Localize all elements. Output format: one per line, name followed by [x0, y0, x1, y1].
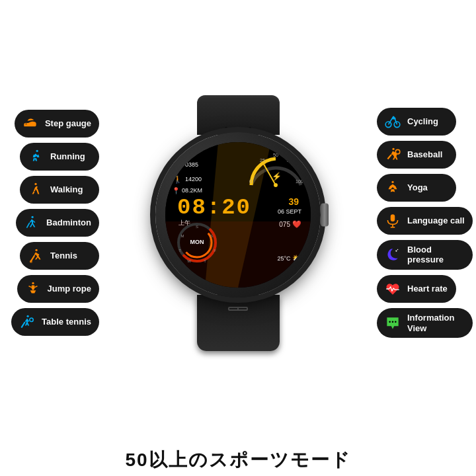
svg-line-9: [21, 322, 24, 328]
svg-text:S: S: [210, 234, 213, 238]
pill-blood-pressure[interactable]: Blood pressure: [377, 240, 473, 270]
svg-point-17: [274, 183, 278, 187]
svg-rect-37: [391, 214, 395, 221]
bottom-text: 50以上のスポーツモード: [0, 442, 476, 476]
pill-jump-rope-label: Jump rope: [48, 284, 91, 294]
pill-yoga-label: Yoga: [407, 182, 428, 193]
svg-point-30: [385, 122, 391, 128]
svg-line-34: [387, 155, 391, 159]
weather-display: 25°C ⛅: [277, 254, 301, 262]
svg-point-35: [395, 149, 400, 154]
heart-rate-icon: [383, 280, 402, 298]
speedometer: 0 25 50 75 100: [248, 149, 304, 187]
svg-point-7: [32, 282, 34, 284]
distance-stat: 📍 08.2KM: [172, 187, 202, 194]
svg-point-0: [36, 150, 38, 152]
seconds-display: 39: [288, 196, 299, 207]
svg-point-1: [34, 183, 36, 185]
svg-point-6: [30, 260, 32, 263]
person-icon: 🚶: [173, 175, 182, 184]
temperature-value: 25°C: [277, 255, 290, 262]
pill-language-call[interactable]: Language call: [377, 207, 473, 235]
pill-step-gauge[interactable]: Step gauge: [15, 110, 99, 138]
walk-icon: [26, 180, 45, 199]
chat-icon: [383, 314, 402, 333]
pill-yoga[interactable]: Yoga: [377, 174, 456, 202]
watch-center: 🔥 0385 🚶 14200 📍 08.2KM: [99, 95, 377, 351]
svg-text:0: 0: [249, 179, 252, 184]
tabletennis-icon: [18, 313, 36, 331]
heart-rate-display: 075 ❤️: [279, 220, 301, 229]
steps-stat: 🚶 14200: [173, 175, 202, 184]
svg-point-43: [392, 321, 394, 323]
pill-information-view[interactable]: Information View: [377, 308, 473, 338]
mic-icon: [383, 212, 402, 230]
svg-text:M: M: [181, 234, 184, 238]
pill-heart-rate[interactable]: Heart rate: [377, 275, 456, 303]
pill-jump-rope[interactable]: Jump rope: [17, 275, 99, 303]
heart-rate-value: 075: [279, 221, 290, 228]
svg-point-40: [395, 251, 397, 252]
svg-text:⚡: ⚡: [272, 171, 282, 181]
time-display: 08:20: [177, 195, 251, 220]
svg-point-44: [395, 321, 397, 323]
pill-badminton-label: Badminton: [46, 218, 91, 228]
shoe-icon: [21, 114, 40, 133]
svg-point-4: [35, 249, 37, 251]
main-area: Step gauge Running: [0, 0, 476, 442]
right-features-column: Cycling Baseball: [377, 108, 473, 338]
watch-strap-bottom: [197, 295, 280, 351]
watch-face: 🔥 0385 🚶 14200 📍 08.2KM: [165, 142, 311, 288]
pill-table-tennis-label: Table tennis: [42, 317, 91, 327]
svg-point-41: [397, 249, 399, 251]
weather-icon: ⛅: [292, 254, 301, 262]
calories-stat: 🔥 0385: [173, 161, 198, 169]
svg-text:F: F: [214, 249, 216, 253]
pill-running[interactable]: Running: [20, 143, 99, 171]
pill-walking[interactable]: Walking: [20, 176, 99, 204]
pill-language-call-label: Language call: [407, 216, 465, 226]
svg-point-10: [30, 318, 33, 321]
svg-text:T: T: [178, 249, 181, 253]
left-features-column: Step gauge Running: [3, 110, 99, 336]
pill-baseball[interactable]: Baseball: [377, 141, 456, 169]
svg-point-8: [27, 315, 29, 317]
svg-text:T: T: [204, 259, 206, 263]
pill-tennis-label: Tennis: [50, 251, 77, 261]
pill-cycling[interactable]: Cycling: [377, 108, 456, 136]
pill-badminton[interactable]: Badminton: [16, 209, 99, 237]
svg-point-31: [394, 122, 400, 128]
pill-tennis[interactable]: Tennis: [20, 242, 99, 270]
time-value: 08:20: [177, 195, 251, 220]
svg-line-3: [27, 223, 30, 228]
pill-table-tennis[interactable]: Table tennis: [11, 308, 99, 336]
svg-point-42: [389, 321, 391, 323]
watch-screen: 🔥 0385 🚶 14200 📍 08.2KM: [165, 142, 311, 288]
pill-cycling-label: Cycling: [407, 116, 438, 127]
pill-blood-pressure-label: Blood pressure: [407, 245, 465, 265]
cycling-icon: [383, 112, 402, 131]
pill-information-view-label: Information View: [407, 313, 465, 333]
svg-text:75: 75: [286, 158, 292, 163]
date-display: 06 SEPT: [278, 208, 301, 215]
watch-strap-top: [197, 95, 280, 135]
badminton-icon: [22, 214, 41, 232]
pill-heart-rate-label: Heart rate: [407, 284, 448, 294]
steps-value: 14200: [185, 176, 202, 182]
svg-point-2: [32, 216, 34, 218]
watch-wrapper: 🔥 0385 🚶 14200 📍 08.2KM: [145, 95, 331, 351]
distance-value: 08.2KM: [182, 187, 202, 194]
yoga-icon: [383, 178, 402, 197]
svg-text:S: S: [196, 225, 198, 229]
svg-text:50: 50: [273, 153, 278, 157]
fire-icon: 🔥: [173, 161, 182, 169]
pill-walking-label: Walking: [50, 184, 83, 195]
tennis-icon: [26, 247, 45, 265]
svg-point-36: [391, 181, 393, 183]
svg-text:W: W: [187, 259, 191, 263]
calories-value: 0385: [185, 161, 198, 168]
pill-baseball-label: Baseball: [407, 149, 442, 160]
location-icon: 📍: [172, 187, 180, 194]
baseball-icon: [383, 145, 402, 164]
watch-crown: [321, 203, 329, 226]
